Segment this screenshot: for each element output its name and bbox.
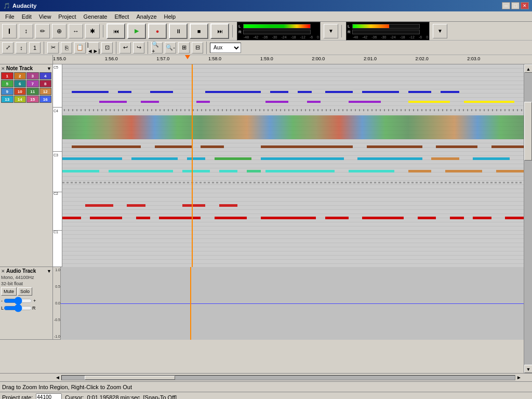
ch-2[interactable]: 2	[14, 72, 26, 79]
hscroll-track[interactable]	[61, 375, 515, 380]
ch-13[interactable]: 13	[1, 96, 14, 103]
audio-track-close[interactable]: ✕	[1, 269, 5, 274]
zoom-fit-btn[interactable]: ⊟	[192, 42, 203, 54]
audio-track-panel: ✕ Audio Track ▼ Mono, 44100Hz 32-bit flo…	[0, 267, 524, 340]
menu-help[interactable]: Help	[161, 12, 179, 21]
note-track-name: Note Track	[6, 65, 46, 71]
ch-10[interactable]: 10	[14, 88, 26, 95]
transport-stop[interactable]: ■	[190, 23, 208, 39]
tool-timeshift[interactable]: ↔	[69, 24, 83, 38]
vu-right-options[interactable]: ▼	[433, 24, 447, 38]
close-button[interactable]: ✕	[521, 2, 529, 9]
zoom-normal-btn[interactable]: 1	[29, 42, 41, 54]
vu-left-options[interactable]: ▼	[324, 24, 338, 38]
ch-14[interactable]: 14	[14, 96, 26, 103]
status-hint: Drag to Zoom Into Region, Right-Click to…	[2, 384, 132, 390]
hscroll-left[interactable]: ◄	[54, 375, 61, 380]
mute-button[interactable]: Mute	[1, 287, 17, 296]
midi-note	[99, 101, 127, 103]
scroll-thumb[interactable]	[524, 102, 532, 160]
hscroll-right[interactable]: ►	[515, 375, 523, 380]
zoom-sel-btn[interactable]: ⊞	[178, 42, 190, 54]
ch-15[interactable]: 15	[26, 96, 39, 103]
ch-8[interactable]: 8	[39, 80, 52, 87]
ch-11[interactable]: 11	[26, 88, 39, 95]
ch-1[interactable]: 1	[1, 72, 14, 79]
transport-pause[interactable]: ⏸	[169, 23, 188, 39]
audio-track-header-top: ✕ Audio Track ▼	[1, 268, 51, 274]
vertical-scrollbar[interactable]: ▲ ▼	[524, 64, 532, 373]
transport-rewind[interactable]: ⏮	[107, 23, 125, 39]
solo-button[interactable]: Solo	[18, 287, 32, 296]
ch-9[interactable]: 9	[1, 88, 14, 95]
aux-dropdown[interactable]: AuxMaster	[210, 43, 241, 53]
silence-btn[interactable]: ⊡	[101, 42, 113, 54]
scroll-down[interactable]: ▼	[524, 365, 532, 373]
midi-note	[325, 217, 348, 219]
menu-project[interactable]: Project	[55, 12, 79, 21]
copy-btn[interactable]: ⎘	[61, 42, 72, 54]
ruler-time-8: 2:03.0	[467, 56, 480, 61]
ch-12[interactable]: 12	[39, 88, 52, 95]
note-track-menu[interactable]: ▼	[47, 66, 51, 71]
project-rate-input[interactable]	[36, 393, 62, 400]
transport-record[interactable]: ●	[148, 23, 167, 39]
cursor-label: Cursor:	[65, 394, 84, 400]
tool-envelope[interactable]: ↕	[19, 24, 33, 38]
menu-view[interactable]: View	[36, 12, 55, 21]
audio-track-menu[interactable]: ▼	[47, 269, 51, 274]
zoom-in-btn[interactable]: 🔍+	[151, 42, 163, 54]
midi-note	[215, 217, 247, 219]
midi-area[interactable]	[62, 64, 524, 267]
fit-project-btn[interactable]: ⤢	[2, 42, 14, 54]
midi-note	[150, 91, 173, 93]
menu-file[interactable]: File	[2, 12, 18, 21]
hscroll-thumb[interactable]	[85, 376, 175, 380]
tool-zoom[interactable]: ⊕	[52, 24, 66, 38]
undo-btn[interactable]: ↩	[119, 42, 131, 54]
tool-selection[interactable]: I	[2, 24, 17, 38]
menu-edit[interactable]: Edit	[19, 12, 35, 21]
cut-btn[interactable]: ✂	[47, 42, 59, 54]
waveform-area[interactable]	[61, 267, 524, 340]
gain-slider[interactable]	[4, 298, 32, 304]
pan-slider[interactable]	[4, 305, 32, 311]
midi-note	[131, 157, 178, 160]
midi-note	[367, 145, 422, 148]
scale-mid-high: 0.5	[53, 285, 60, 288]
minimize-button[interactable]: ─	[502, 2, 510, 9]
scroll-track[interactable]	[524, 73, 532, 365]
ch-3[interactable]: 3	[26, 72, 39, 79]
zoom-out-btn[interactable]: 🔍-	[165, 42, 176, 54]
scroll-up[interactable]: ▲	[524, 64, 532, 73]
paste-btn[interactable]: 📋	[74, 42, 86, 54]
ch-5[interactable]: 5	[1, 80, 14, 87]
menu-effect[interactable]: Effect	[111, 12, 132, 21]
horizontal-scrollbar[interactable]: ◄ ►	[0, 373, 532, 381]
transport-play[interactable]: ▶	[127, 23, 146, 39]
tool-draw[interactable]: ✏	[35, 24, 50, 38]
midi-note	[436, 145, 477, 148]
menu-analyze[interactable]: Analyze	[133, 12, 159, 21]
menu-generate[interactable]: Generate	[81, 12, 111, 21]
audio-track-name: Audio Track	[6, 268, 46, 274]
fit-tracks-btn[interactable]: ↕	[16, 42, 27, 54]
transport-ffwd[interactable]: ⏭	[210, 23, 229, 39]
midi-note	[261, 145, 353, 148]
ruler-time-6: 2:01.0	[364, 56, 377, 61]
row2-div4	[206, 42, 207, 54]
ch-7[interactable]: 7	[26, 80, 39, 87]
redo-btn[interactable]: ↪	[133, 42, 144, 54]
ch-4[interactable]: 4	[39, 72, 52, 79]
trim-btn[interactable]: |◄►|	[88, 42, 99, 54]
midi-note	[62, 157, 122, 160]
toolbar-divider-1	[103, 25, 103, 37]
ch-6[interactable]: 6	[14, 80, 26, 87]
maximize-button[interactable]: □	[511, 2, 520, 9]
title-bar-controls: ─ □ ✕	[502, 2, 529, 9]
note-track-close[interactable]: ✕	[1, 66, 5, 71]
tool-multi[interactable]: ✱	[85, 24, 100, 38]
midi-note	[265, 170, 335, 172]
midi-note	[445, 170, 482, 172]
ch-16[interactable]: 16	[39, 96, 52, 103]
